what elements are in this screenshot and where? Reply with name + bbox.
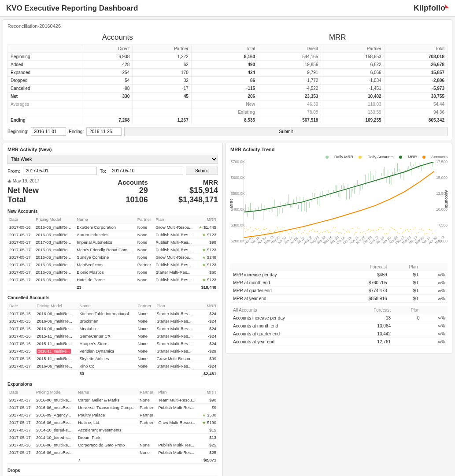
table-row[interactable]: 2017-05-172016-06_multiRe...Aurum Indust… <box>7 231 218 238</box>
svg-point-171 <box>325 231 326 232</box>
to-input[interactable] <box>109 167 183 175</box>
svg-point-180 <box>340 232 340 233</box>
svg-point-202 <box>375 233 376 234</box>
svg-point-222 <box>407 229 407 230</box>
star-icon: ★ <box>202 263 206 267</box>
table-row[interactable]: 2017-05-152016-06_multiRe...BrockmanNone… <box>7 317 218 325</box>
table-row[interactable]: 2017-05-172014-10_tiered-s...Accelerant … <box>7 426 218 434</box>
table-row[interactable]: 2017-05-162015-11_multiRe...Hooper's Sto… <box>7 340 218 347</box>
table-row[interactable]: 2017-05-172016-06_multiRe...Bionic Plast… <box>7 268 218 276</box>
table-row[interactable]: 2017-05-172016-06_multiRe...NonePublish … <box>7 449 218 456</box>
svg-point-166 <box>317 231 318 232</box>
svg-point-175 <box>332 230 333 231</box>
svg-point-220 <box>403 231 404 232</box>
recon-submit-button[interactable]: Submit <box>124 127 448 136</box>
table-row[interactable]: 2017-05-172016-06_multiRe...Hotel de Par… <box>7 276 218 283</box>
svg-point-161 <box>309 231 310 232</box>
table-row[interactable]: 2017-05-152015-11_multiRe...Skylette Air… <box>7 355 218 362</box>
mrr-header: MRR <box>228 30 448 45</box>
svg-point-208 <box>384 233 385 234</box>
forecast-accounts-table: All AccountsForecastPlanAccounts increas… <box>230 306 448 346</box>
svg-point-134 <box>266 228 267 229</box>
svg-point-201 <box>373 230 374 231</box>
table-row[interactable]: 2017-05-172017-03_multiRe...Imperial Aut… <box>7 238 218 246</box>
svg-point-164 <box>314 231 315 232</box>
table-row: Beginning6,9381,2228,160544,165158,85370… <box>8 53 448 61</box>
svg-point-162 <box>311 230 311 231</box>
svg-point-158 <box>304 230 305 231</box>
forecast-mrr-table: ForecastPlanMRR increase per day$459$0∞%… <box>230 263 448 303</box>
svg-point-131 <box>261 232 262 233</box>
range-select[interactable]: This Week <box>7 155 218 164</box>
total-row: 23$18,448 <box>7 283 218 291</box>
svg-point-183 <box>344 233 345 234</box>
table-row[interactable]: 2017-05-172016-06_multiRe...Carter, Gell… <box>7 396 218 404</box>
svg-point-213 <box>392 228 393 229</box>
table-row[interactable]: 2017-05-162016-06_multiRe...ExoGeni Corp… <box>7 223 218 231</box>
svg-point-212 <box>391 227 392 228</box>
svg-point-236 <box>429 229 430 230</box>
svg-point-233 <box>424 234 425 234</box>
app-header: KVO Executive Reporting Dashboard Klipfo… <box>0 0 455 17</box>
star-icon: ★ <box>202 413 206 417</box>
svg-point-205 <box>379 227 380 228</box>
ending-input[interactable] <box>86 127 122 136</box>
from-input[interactable] <box>23 167 97 175</box>
trend-panel: MRR Activity Trend Daily MRR Daily Accou… <box>226 143 452 353</box>
table-row: MRR increase per day$459$0∞% <box>230 271 448 279</box>
svg-point-170 <box>323 231 324 232</box>
svg-point-185 <box>348 231 348 231</box>
svg-point-133 <box>264 229 265 230</box>
svg-point-203 <box>376 230 377 231</box>
svg-point-150 <box>292 232 292 233</box>
activity-title: MRR Activity (New) <box>7 147 218 152</box>
total-label: Total <box>7 195 78 205</box>
table-row: MRR at month end$760,705$0∞% <box>230 279 448 287</box>
svg-point-181 <box>341 233 342 234</box>
table-row[interactable]: 2017-05-152016-06_multiRe...MeatabixNone… <box>7 325 218 332</box>
svg-point-226 <box>413 229 414 230</box>
svg-point-199 <box>370 231 371 231</box>
ending-label: Ending: <box>69 129 84 134</box>
table-row[interactable]: 2017-05-172016-06_multiRe...Kino Co.None… <box>7 362 218 370</box>
table-row[interactable]: 2017-05-172016-09_Agency...Poultry Palac… <box>7 411 218 419</box>
svg-point-194 <box>362 232 363 233</box>
table-row[interactable]: 2017-05-172016-06_multiRe...Mom's Friend… <box>7 246 218 253</box>
table-row: Dropped543286-1,772-1,034-2,806 <box>8 77 448 85</box>
svg-point-186 <box>349 231 350 232</box>
table-row[interactable]: 2017-05-162016-06_multiRe...Corporaco do… <box>7 441 218 449</box>
svg-point-196 <box>365 233 366 234</box>
svg-point-189 <box>354 234 355 234</box>
table-row[interactable]: 2017-05-172016-06_multiRe...Universal Tr… <box>7 404 218 411</box>
table-row[interactable]: 2017-05-172016-06_multiRe...ManBeef.comP… <box>7 261 218 268</box>
svg-point-190 <box>355 232 356 233</box>
svg-point-192 <box>359 228 359 229</box>
svg-point-227 <box>414 227 415 228</box>
recon-title: Reconciliation-20160426 <box>7 23 448 29</box>
svg-point-230 <box>419 229 420 230</box>
table-row[interactable]: 2017-05-162015-11_multiRe...GameCenter C… <box>7 332 218 340</box>
table-row[interactable]: 2017-05-152016-11_multiRe...Veridian Dyn… <box>7 347 218 355</box>
activity-submit-button[interactable]: Submit <box>186 167 218 175</box>
netnew-label: Net New <box>7 186 78 195</box>
table-row[interactable]: 2017-05-152016-06_multiRe...Kitchen Tabl… <box>7 310 218 317</box>
svg-point-160 <box>307 234 308 234</box>
svg-point-231 <box>421 229 422 230</box>
svg-point-210 <box>388 233 388 234</box>
table-row[interactable]: 2017-05-172016-06_multiRe...Suneye Combi… <box>7 253 218 261</box>
table-row[interactable]: 2017-05-172016-06_multiRe...Hotline, Ltd… <box>7 419 218 426</box>
table-row[interactable]: 2017-05-172014-10_tiered-s...Dream Park$… <box>7 434 218 441</box>
svg-point-179 <box>338 232 339 233</box>
svg-point-148 <box>289 233 289 234</box>
col-mrr: MRR <box>148 178 218 186</box>
svg-point-142 <box>279 234 280 234</box>
total-row: 7$2,371 <box>7 456 218 464</box>
total-mrr: $1,348,171 <box>148 195 218 205</box>
svg-point-191 <box>357 227 358 228</box>
star-icon: ★ <box>202 278 206 282</box>
accounts-header: Accounts <box>7 30 228 45</box>
asof-label: ◉ May 19, 2017 <box>7 178 78 186</box>
beginning-input[interactable] <box>31 127 66 136</box>
svg-point-219 <box>402 232 403 233</box>
svg-point-152 <box>295 233 296 234</box>
